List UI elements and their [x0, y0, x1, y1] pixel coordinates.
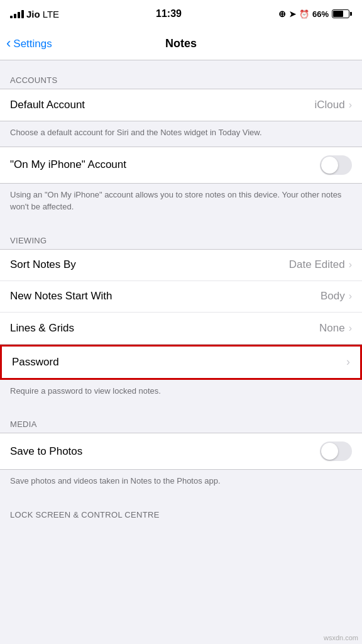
toggle-knob — [321, 443, 338, 460]
back-label: Settings — [13, 38, 52, 50]
sort-notes-value-group: Date Edited › — [289, 258, 352, 271]
password-row-wrapper: Password › — [0, 345, 362, 380]
section-header-accounts: ACCOUNTS — [0, 60, 362, 89]
accounts-group: Default Account iCloud › — [0, 89, 362, 121]
default-account-row[interactable]: Default Account iCloud › — [0, 89, 362, 121]
battery-icon — [332, 9, 352, 18]
new-notes-value-group: Body › — [321, 290, 352, 303]
status-bar-carrier: Jio LTE — [10, 9, 59, 19]
status-bar: Jio LTE 11:39 ⊕ ➤ ⏰ 66% — [0, 0, 362, 28]
save-to-photos-label: Save to Photos — [10, 445, 82, 458]
toggle-knob — [321, 157, 338, 174]
on-my-iphone-row[interactable]: "On My iPhone" Account — [0, 147, 362, 183]
lines-grids-label: Lines & Grids — [10, 322, 74, 335]
battery-percent: 66% — [312, 9, 329, 19]
lines-grids-value-group: None › — [319, 322, 352, 335]
page-title: Notes — [165, 37, 197, 50]
back-button[interactable]: ‹ Settings — [6, 38, 52, 50]
back-chevron-icon: ‹ — [6, 36, 11, 50]
save-to-photos-toggle[interactable] — [320, 441, 352, 461]
sort-notes-label: Sort Notes By — [10, 258, 76, 271]
default-account-value-group: iCloud › — [314, 99, 352, 111]
new-notes-row[interactable]: New Notes Start With Body › — [0, 281, 362, 313]
on-my-iphone-group: "On My iPhone" Account — [0, 147, 362, 184]
section-header-viewing: VIEWING — [0, 221, 362, 249]
chevron-icon: › — [346, 355, 350, 369]
chevron-icon: › — [349, 323, 352, 334]
lines-grids-row[interactable]: Lines & Grids None › — [0, 313, 362, 344]
default-account-desc: Choose a default account for Siri and th… — [0, 121, 362, 147]
on-my-iphone-desc: Using an "On My iPhone" account allows y… — [0, 184, 362, 221]
default-account-value: iCloud — [314, 99, 344, 111]
status-bar-time: 11:39 — [156, 8, 182, 19]
section-header-lockscreen: LOCK SCREEN & CONTROL CENTRE — [0, 495, 362, 523]
signal-bars — [10, 10, 24, 18]
watermark: wsxdn.com — [324, 634, 358, 641]
chevron-icon: › — [349, 291, 352, 302]
viewing-group: Sort Notes By Date Edited › New Notes St… — [0, 249, 362, 345]
media-group: Save to Photos — [0, 433, 362, 470]
save-to-photos-desc: Save photos and videos taken in Notes to… — [0, 470, 362, 495]
new-notes-label: New Notes Start With — [10, 290, 112, 303]
default-account-label: Default Account — [10, 99, 85, 111]
lines-grids-value: None — [319, 322, 345, 335]
password-row[interactable]: Password › — [2, 347, 360, 378]
nav-bar: ‹ Settings Notes — [0, 28, 362, 60]
status-bar-right: ⊕ ➤ ⏰ 66% — [278, 9, 352, 19]
chevron-icon: › — [349, 259, 352, 270]
password-label: Password — [12, 356, 59, 369]
compass-icon: ⊕ — [278, 9, 286, 19]
on-my-iphone-label: "On My iPhone" Account — [10, 158, 126, 171]
sort-notes-value: Date Edited — [289, 258, 345, 271]
alarm-icon: ⏰ — [299, 9, 309, 19]
new-notes-value: Body — [321, 290, 345, 303]
chevron-icon: › — [349, 99, 352, 111]
save-to-photos-row[interactable]: Save to Photos — [0, 433, 362, 469]
sort-notes-by-row[interactable]: Sort Notes By Date Edited › — [0, 250, 362, 281]
location-icon: ➤ — [289, 9, 296, 19]
section-header-media: MEDIA — [0, 404, 362, 433]
network-label: LTE — [43, 9, 59, 19]
password-desc: Require a password to view locked notes. — [0, 380, 362, 405]
carrier-label: Jio — [26, 9, 40, 19]
on-my-iphone-toggle[interactable] — [320, 155, 352, 175]
